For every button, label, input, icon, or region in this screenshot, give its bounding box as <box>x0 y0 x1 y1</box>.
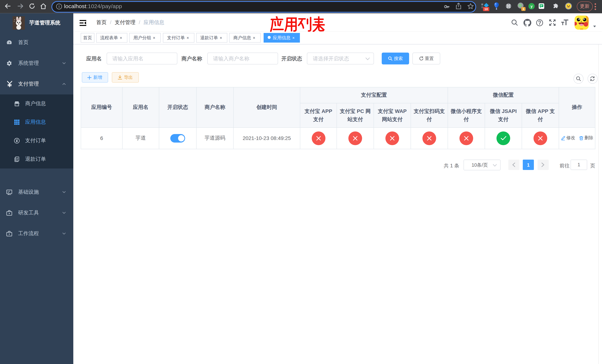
svg-text:1: 1 <box>523 7 524 11</box>
svg-text:10: 10 <box>484 7 488 11</box>
svg-text:y: y <box>530 4 533 8</box>
